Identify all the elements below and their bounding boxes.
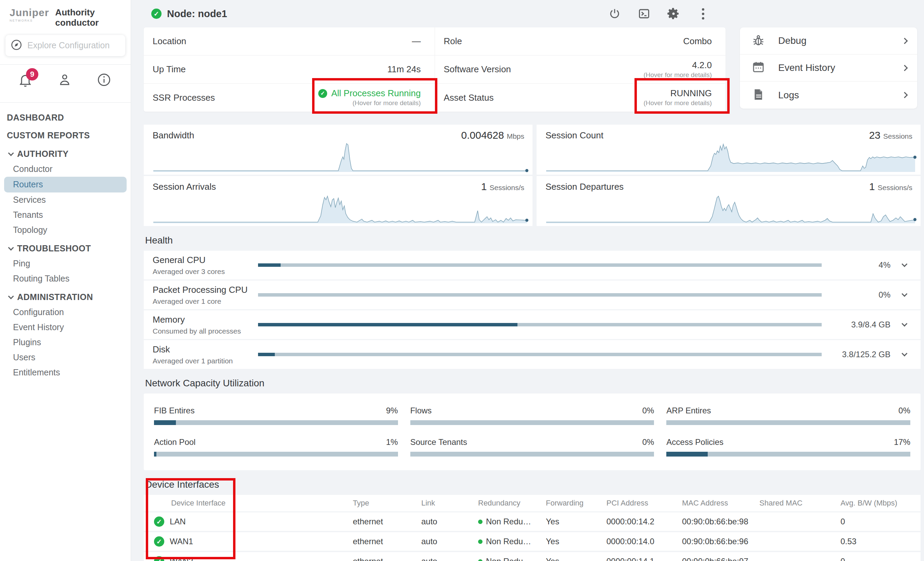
interface-row-wan1[interactable]: ✓WAN1ethernetautoNon Redu…Yes0000:00:14.… xyxy=(144,532,921,551)
sidebar-item-event-history[interactable]: Event History xyxy=(0,320,131,335)
health-progress-fill xyxy=(258,323,518,326)
capacity-percent: 0% xyxy=(642,406,654,415)
sidebar-item-entitlements[interactable]: Entitlements xyxy=(0,365,131,380)
health-progress-track xyxy=(258,323,822,326)
sidebar-item-troubleshoot[interactable]: TROUBLESHOOT xyxy=(0,241,131,256)
expand-chevron-icon[interactable] xyxy=(900,263,909,267)
chart-value-number: 0.004628 xyxy=(461,129,504,141)
expand-chevron-icon[interactable] xyxy=(900,352,909,356)
chart-session-count: Session Count23Sessions xyxy=(537,125,921,174)
column-header-avg-b-w-mbps-: Avg. B/W (Mbps) xyxy=(840,499,921,508)
search-input[interactable] xyxy=(27,41,138,50)
terminal-icon[interactable] xyxy=(637,7,651,21)
chart-bandwidth: Bandwidth0.004628Mbps xyxy=(144,125,532,174)
info-value: Combo xyxy=(683,36,712,47)
quick-link-debug[interactable]: Debug xyxy=(740,27,917,54)
sidebar-item-custom-reports[interactable]: CUSTOM REPORTS xyxy=(0,128,131,143)
info-label: Up Time xyxy=(153,64,186,75)
redundancy-text: Non Redu… xyxy=(486,556,531,561)
health-value: 4% xyxy=(831,260,891,270)
sidebar-item-ping[interactable]: Ping xyxy=(0,256,131,271)
sidebar-item-label: Routing Tables xyxy=(13,274,69,284)
interface-name: WAN1 xyxy=(170,537,193,546)
status-check-icon: ✓ xyxy=(154,536,164,547)
brand-header: Juniper NETWORKS Authority conductor xyxy=(0,0,131,28)
health-row-memory: MemoryConsumed by all processes3.9/8.4 G… xyxy=(144,310,921,339)
explore-configuration-search[interactable] xyxy=(6,35,125,56)
sidebar-item-dashboard[interactable]: DASHBOARD xyxy=(0,110,131,125)
chevron-down-icon xyxy=(8,293,14,299)
interface-row-lan[interactable]: ✓LANethernetautoNon Redu…Yes0000:00:14.2… xyxy=(144,512,921,531)
info-cell-asset-status: Asset StatusRUNNING(Hover for more detai… xyxy=(435,84,726,112)
info-value: RUNNING(Hover for more details) xyxy=(644,88,712,107)
capacity-fill xyxy=(666,452,708,457)
capacity-track xyxy=(666,420,910,425)
chart-session-departures: Session Departures1Sessions/s xyxy=(537,176,921,226)
sidebar-item-tenants[interactable]: Tenants xyxy=(0,208,131,223)
sidebar-item-administration[interactable]: ADMINISTRATION xyxy=(0,290,131,305)
sidebar-item-authority[interactable]: AUTHORITY xyxy=(0,147,131,162)
juniper-logo-word: Juniper xyxy=(10,8,49,18)
sidebar-item-services[interactable]: Services xyxy=(0,193,131,208)
info-row: SSR Processes✓All Processes Running(Hove… xyxy=(144,84,726,112)
interface-link: auto xyxy=(421,537,478,546)
sidebar-item-conductor[interactable]: Conductor xyxy=(0,162,131,177)
charts-grid: Bandwidth0.004628MbpsSession Count23Sess… xyxy=(144,125,921,226)
info-value: ✓All Processes Running(Hover for more de… xyxy=(318,88,421,107)
sidebar-item-routing-tables[interactable]: Routing Tables xyxy=(0,271,131,286)
sidebar-item-users[interactable]: Users xyxy=(0,350,131,365)
notifications-bell-icon[interactable]: 9 xyxy=(18,72,33,87)
health-label-block: General CPUAveraged over 3 cores xyxy=(144,255,258,276)
health-progress-fill xyxy=(258,263,280,267)
sidebar-item-routers[interactable]: Routers xyxy=(4,177,127,193)
capacity-track xyxy=(154,452,398,457)
info-value-text: All Processes Running xyxy=(331,88,421,99)
chevron-down-icon xyxy=(8,245,14,250)
chart-value-unit: Mbps xyxy=(507,132,524,140)
column-header-redundancy: Redundancy xyxy=(478,499,546,508)
sidebar-item-plugins[interactable]: Plugins xyxy=(0,335,131,350)
chart-current-value: 0.004628Mbps xyxy=(461,129,525,141)
health-row-disk: DiskAveraged over 1 partition3.8/125.2 G… xyxy=(144,340,921,369)
capacity-track xyxy=(154,420,398,425)
chart-session-arrivals: Session Arrivals1Sessions/s xyxy=(144,176,532,226)
user-account-icon[interactable] xyxy=(57,72,72,87)
interface-avg-bw: 0.53 xyxy=(840,537,921,546)
health-label-block: MemoryConsumed by all processes xyxy=(144,314,258,335)
sidebar-item-label: Plugins xyxy=(13,337,41,347)
health-value: 0% xyxy=(831,290,891,300)
sidebar-item-label: Tenants xyxy=(13,210,43,220)
sparkline xyxy=(153,193,527,223)
app-title: Authority conductor xyxy=(55,8,99,28)
quick-link-logs[interactable]: Logs xyxy=(740,81,917,108)
expand-chevron-icon[interactable] xyxy=(900,323,909,327)
chart-current-value: 1Sessions/s xyxy=(869,181,912,193)
quick-link-label: Logs xyxy=(778,90,799,101)
interface-name-cell: ✓WAN2 xyxy=(154,556,353,561)
chart-value-number: 23 xyxy=(869,129,880,141)
capacity-heading: Network Capacity Utilization xyxy=(145,378,921,389)
expand-chevron-icon[interactable] xyxy=(900,293,909,297)
capacity-track xyxy=(410,452,654,457)
check-circle-icon: ✓ xyxy=(318,89,327,98)
gear-icon[interactable] xyxy=(667,7,680,21)
info-icon[interactable] xyxy=(96,72,112,87)
sidebar-item-label: Entitlements xyxy=(13,367,60,378)
status-check-icon: ✓ xyxy=(154,556,164,561)
sidebar-item-topology[interactable]: Topology xyxy=(0,223,131,238)
kebab-menu-icon[interactable] xyxy=(696,7,710,21)
interface-row-wan2[interactable]: ✓WAN2ethernetautoNon Redu…Yes0000:00:14.… xyxy=(144,552,921,561)
interface-name: LAN xyxy=(170,517,186,526)
interface-mac-address: 00:90:0b:66:be:96 xyxy=(682,537,759,546)
node-title-text: Node: node1 xyxy=(167,8,227,20)
interfaces-heading: Device Interfaces xyxy=(145,479,921,490)
health-label: Packet Processing CPU xyxy=(153,284,258,295)
power-icon[interactable] xyxy=(608,7,621,21)
main-content: ✓ Node: node1 xyxy=(144,0,921,561)
sidebar-item-configuration[interactable]: Configuration xyxy=(0,305,131,320)
info-row: Up Time11m 24sSoftware Version4.2.0(Hove… xyxy=(144,56,726,84)
quick-link-event-history[interactable]: Event History xyxy=(740,54,917,81)
chart-title: Session Arrivals xyxy=(153,182,216,192)
health-progress-track xyxy=(258,293,822,296)
column-header-device-interface: Device Interface xyxy=(154,499,353,508)
